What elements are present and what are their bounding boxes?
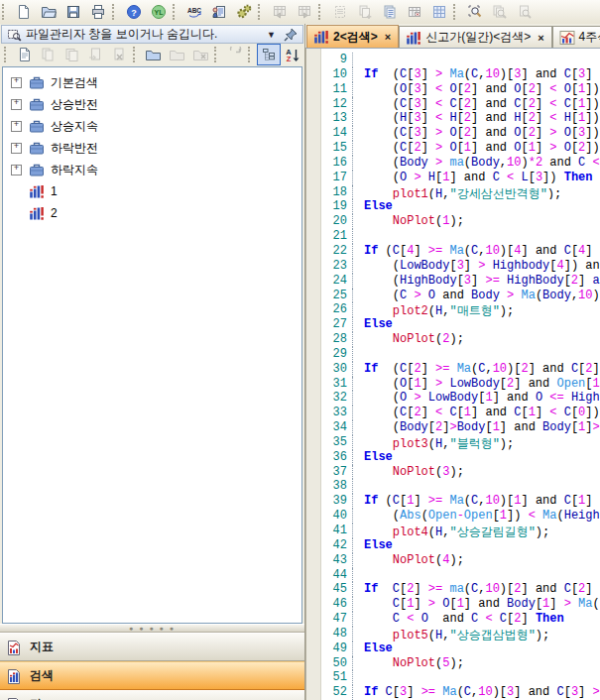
chevron-down-icon[interactable]: ▼	[264, 30, 279, 40]
doc-list-button[interactable]	[377, 1, 402, 23]
toolbar-grip[interactable]	[4, 47, 10, 62]
toolbar-grip[interactable]	[248, 47, 254, 62]
editor-tab-2[interactable]: 4주식	[552, 26, 600, 48]
folder-delete-button	[188, 44, 212, 65]
line-number: 51	[321, 670, 353, 685]
code-line: 44	[306, 568, 600, 583]
tree-view[interactable]: +기본검색+상승반전+상승지속+하락반전+하락지속12	[2, 66, 302, 624]
editor-tab-0[interactable]: 2<검색>×	[306, 25, 399, 48]
file-manager-toolbar: AZ	[0, 44, 304, 65]
doc-delete-button	[107, 44, 131, 65]
tree-folder-row[interactable]: +상승지속	[3, 115, 301, 137]
code-text: NoPlot(3);	[353, 465, 464, 480]
code-line: 18 plot1(H,"강세삼선반격형");	[306, 185, 600, 200]
doc-new-button[interactable]	[13, 44, 37, 65]
code-text: NoPlot(2);	[353, 332, 464, 347]
code-text: If (C[3] > Ma(C,10)[3] and C[3] >	[353, 67, 600, 82]
line-number: 38	[321, 479, 353, 494]
save-button[interactable]	[60, 1, 85, 23]
code-text: (O[1] > LowBody[2] and Open[1]	[353, 377, 600, 392]
open-folder-button[interactable]	[36, 1, 60, 23]
zoom-region-button[interactable]	[462, 1, 487, 23]
tree-folder-row[interactable]: +하락반전	[3, 137, 301, 159]
pin-icon[interactable]	[283, 27, 299, 43]
spell-check-button[interactable]: ABC	[181, 1, 206, 23]
settings-gears-button[interactable]	[231, 1, 256, 23]
code-text: plot3(H,"블럭형");	[353, 435, 514, 450]
new-file-button[interactable]	[11, 1, 36, 23]
expand-plus-icon[interactable]: +	[11, 121, 22, 132]
category-button-label: 지표	[30, 639, 54, 655]
line-number: 34	[321, 420, 353, 435]
doc-add-icon	[357, 4, 373, 20]
refresh-button	[223, 44, 247, 65]
category-button-지표[interactable]: 지표	[0, 633, 304, 661]
code-line: 17 (O > H[1] and C < L[3]) Then	[306, 171, 600, 185]
file-manager-header[interactable]: 파일관리자 창을 보이거나 숨깁니다. ▼	[1, 25, 303, 44]
toolbar-grip[interactable]	[112, 4, 118, 20]
toolbar-grip[interactable]	[453, 4, 459, 20]
line-number: 35	[321, 435, 353, 450]
line-number: 50	[321, 656, 353, 671]
grid-table-button[interactable]	[426, 1, 451, 23]
toolbar-grip[interactable]	[214, 47, 220, 62]
code-line: 12 (C[3] < C[2] and C[2] < C[1])	[306, 97, 600, 112]
script-wizard-button[interactable]	[206, 1, 231, 23]
tree-file-row[interactable]: 1	[3, 180, 301, 202]
editor-tab-1[interactable]: 신고가(일간)<검색>×	[399, 26, 551, 48]
toolbar-grip[interactable]	[173, 4, 179, 20]
line-number: 14	[321, 126, 353, 141]
tree-folder-row[interactable]: +하락지속	[3, 159, 301, 180]
doc-dup-button	[60, 44, 83, 65]
help-button[interactable]: ?	[121, 1, 146, 23]
tree-item-label: 상승지속	[51, 118, 98, 135]
sort-az-button[interactable]: AZ	[281, 44, 304, 65]
line-number: 44	[321, 568, 353, 583]
print-button[interactable]	[85, 1, 110, 23]
line-number: 9	[321, 53, 353, 67]
code-line: 37 NoPlot(3);	[306, 465, 600, 480]
indicator-doc-icon	[6, 640, 22, 655]
code-line: 32 (O > LowBody[1] and O <= HighB	[306, 391, 600, 406]
code-editor[interactable]: 910If (C[3] > Ma(C,10)[3] and C[3] >11 (…	[305, 49, 600, 700]
toolbar-grip[interactable]	[2, 4, 8, 20]
category-button-강조[interactable]: 강조	[0, 690, 304, 700]
folder-new-button[interactable]	[142, 44, 166, 65]
search-chart-icon	[406, 30, 421, 46]
tree-folder-row[interactable]: +상승반전	[3, 93, 301, 115]
code-text: If (C[2] >= Ma(C,10)[2] and C[2]	[353, 362, 600, 377]
svg-text:Z: Z	[287, 55, 292, 62]
tree-folder-row[interactable]: +기본검색	[3, 71, 301, 93]
doc-new-icon	[17, 47, 33, 62]
search-chart-icon	[29, 205, 45, 221]
toolbar-grip[interactable]	[318, 4, 324, 20]
code-text	[353, 670, 364, 685]
doc-delete-icon	[111, 47, 127, 62]
file-manager-panel: 파일관리자 창을 보이거나 숨깁니다. ▼ AZ +기본검색+상승반전+상승지속…	[0, 24, 305, 700]
code-line: 11 (O[3] < O[2] and O[2] < O[1])	[306, 82, 600, 97]
tab-close-icon[interactable]: ×	[537, 32, 544, 44]
code-line: 10If (C[3] > Ma(C,10)[3] and C[3] >	[306, 67, 600, 82]
toolbar-grip[interactable]	[258, 4, 264, 20]
code-text: plot2(H,"매트형");	[353, 302, 514, 317]
line-number: 25	[321, 289, 353, 303]
tree-file-row[interactable]: 2	[3, 202, 301, 224]
line-number: 49	[321, 642, 353, 656]
line-number: 43	[321, 553, 353, 568]
tree-view-button[interactable]	[257, 44, 281, 65]
expand-plus-icon[interactable]: +	[11, 99, 22, 110]
expand-plus-icon[interactable]: +	[11, 143, 22, 154]
panel-splitter-handle[interactable]: ● ● ● ● ●	[0, 624, 304, 633]
toolbar-grip[interactable]	[133, 47, 139, 62]
tab-close-icon[interactable]: ×	[384, 31, 392, 43]
code-line: 40 (Abs(Open-Open[1]) < Ma(Height	[306, 509, 600, 524]
category-button-검색[interactable]: 검색	[0, 661, 304, 690]
table-delete-button[interactable]	[402, 1, 426, 23]
expand-plus-icon[interactable]: +	[11, 77, 22, 88]
line-number: 41	[321, 524, 353, 538]
yl-logo-button[interactable]: YL	[146, 1, 171, 23]
expand-plus-icon[interactable]: +	[11, 165, 22, 175]
code-text: Else	[353, 538, 393, 553]
tab-label: 2<검색>	[333, 29, 378, 46]
line-number: 48	[321, 627, 353, 642]
